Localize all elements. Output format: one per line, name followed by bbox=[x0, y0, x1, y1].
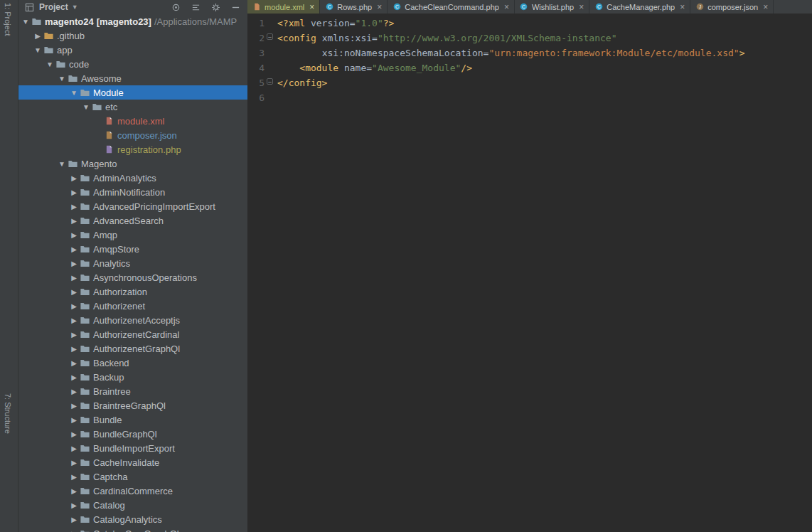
chevron-down-icon[interactable]: ▼ bbox=[72, 4, 78, 11]
tree-item-folder[interactable]: ▶Captcha bbox=[18, 469, 247, 484]
tree-item-folder[interactable]: ▶.github bbox=[18, 28, 247, 43]
fold-marker-icon[interactable]: − bbox=[267, 78, 273, 85]
chevron-right-icon[interactable]: ▶ bbox=[33, 32, 42, 40]
tree-item-folder[interactable]: ▶CardinalCommerce bbox=[18, 484, 247, 498]
tree-item-folder[interactable]: ▶AuthorizenetGraphQl bbox=[18, 341, 247, 356]
chevron-right-icon[interactable]: ▶ bbox=[70, 445, 78, 452]
tree-item-folder[interactable]: ▼Awesome bbox=[18, 71, 247, 85]
tree-item-folder[interactable]: ▶BundleImportExport bbox=[18, 441, 247, 455]
tree-item-folder[interactable]: ▶Bundle bbox=[18, 413, 247, 427]
tool-button-structure[interactable]: 7: Structure bbox=[4, 393, 12, 434]
chevron-right-icon[interactable]: ▶ bbox=[70, 516, 78, 523]
chevron-right-icon[interactable]: ▶ bbox=[70, 373, 78, 381]
tree-item-folder[interactable]: ▶CacheInvalidate bbox=[18, 455, 247, 469]
tree-item-file[interactable]: registration.php bbox=[18, 142, 247, 156]
fold-marker-icon[interactable]: − bbox=[267, 33, 273, 40]
chevron-down-icon[interactable]: ▼ bbox=[82, 103, 90, 111]
collapse-all-icon[interactable] bbox=[191, 2, 201, 12]
editor-code[interactable]: <?xml version="1.0"?><config xmlns:xsi="… bbox=[266, 16, 744, 105]
tree-item-label: CardinalCommerce bbox=[93, 486, 173, 496]
chevron-down-icon[interactable]: ▼ bbox=[58, 75, 66, 83]
tree-item-folder[interactable]: ▶BraintreeGraphQl bbox=[18, 398, 247, 413]
editor-pane[interactable]: 12−345−6 <?xml version="1.0"?><config xm… bbox=[247, 14, 812, 105]
tree-item-folder[interactable]: ▶Authorization bbox=[18, 284, 247, 299]
editor-tab[interactable]: CRows.php× bbox=[320, 0, 388, 14]
editor-tab[interactable]: CCacheManager.php× bbox=[589, 0, 690, 14]
chevron-right-icon[interactable]: ▶ bbox=[70, 217, 78, 225]
tree-item-folder[interactable]: ▶AdvancedPricingImportExport bbox=[18, 199, 247, 213]
tree-item-folder[interactable]: ▼Module bbox=[18, 85, 247, 100]
tree-item-folder[interactable]: ▶AsynchronousOperations bbox=[18, 270, 247, 284]
close-icon[interactable]: × bbox=[680, 2, 685, 12]
tree-item-folder[interactable]: ▼etc bbox=[18, 100, 247, 114]
tree-item-file[interactable]: composer.json bbox=[18, 128, 247, 142]
chevron-right-icon[interactable]: ▶ bbox=[70, 302, 78, 310]
hide-panel-icon[interactable] bbox=[230, 2, 240, 12]
tree-item-folder[interactable]: ▶CatalogAnalytics bbox=[18, 512, 247, 526]
tree-item-folder[interactable]: ▼code bbox=[18, 57, 247, 71]
tree-item-folder[interactable]: ▶Amqp bbox=[18, 228, 247, 242]
chevron-right-icon[interactable]: ▶ bbox=[70, 203, 78, 211]
tree-item-folder[interactable]: ▼app bbox=[18, 43, 247, 57]
close-icon[interactable]: × bbox=[579, 2, 584, 12]
tree-item-file[interactable]: module.xml bbox=[18, 114, 247, 128]
chevron-right-icon[interactable]: ▶ bbox=[70, 501, 78, 509]
chevron-right-icon[interactable]: ▶ bbox=[70, 316, 78, 324]
tree-item-folder[interactable]: ▶Analytics bbox=[18, 256, 247, 270]
editor-tab[interactable]: Jcomposer.json× bbox=[690, 0, 774, 14]
chevron-right-icon[interactable]: ▶ bbox=[70, 331, 78, 339]
chevron-down-icon[interactable]: ▼ bbox=[58, 160, 66, 168]
tree-item-folder[interactable]: ▶AdminNotification bbox=[18, 185, 247, 199]
settings-gear-icon[interactable] bbox=[210, 2, 220, 12]
chevron-right-icon[interactable]: ▶ bbox=[70, 530, 78, 532]
editor-tab[interactable]: module.xml× bbox=[247, 0, 320, 14]
chevron-right-icon[interactable]: ▶ bbox=[70, 345, 78, 353]
chevron-right-icon[interactable]: ▶ bbox=[70, 359, 78, 367]
editor-tab[interactable]: CCacheCleanCommand.php× bbox=[388, 0, 515, 14]
tree-item-folder[interactable]: ▶Authorizenet bbox=[18, 299, 247, 313]
chevron-right-icon[interactable]: ▶ bbox=[70, 274, 78, 282]
close-icon[interactable]: × bbox=[504, 2, 509, 12]
locate-file-icon[interactable] bbox=[171, 2, 181, 12]
chevron-right-icon[interactable]: ▶ bbox=[70, 416, 78, 424]
chevron-right-icon[interactable]: ▶ bbox=[70, 402, 78, 410]
tree-item-label: app bbox=[57, 45, 73, 55]
tree-item-label: code bbox=[69, 59, 89, 70]
close-icon[interactable]: × bbox=[377, 2, 382, 12]
tree-item-folder[interactable]: ▶BundleGraphQl bbox=[18, 427, 247, 441]
chevron-down-icon[interactable]: ▼ bbox=[33, 46, 42, 54]
editor-tab[interactable]: CWishlist.php× bbox=[515, 0, 589, 14]
tree-item-folder[interactable]: ▶Backend bbox=[18, 356, 247, 370]
tree-item-folder[interactable]: ▶AdminAnalytics bbox=[18, 171, 247, 185]
chevron-right-icon[interactable]: ▶ bbox=[70, 288, 78, 296]
tree-item-folder[interactable]: ▶Backup bbox=[18, 370, 247, 384]
chevron-right-icon[interactable]: ▶ bbox=[70, 231, 78, 239]
chevron-right-icon[interactable]: ▶ bbox=[70, 487, 78, 495]
tree-item-folder[interactable]: ▼magento24 [magento23] /Applications/MAM… bbox=[18, 14, 247, 28]
chevron-down-icon[interactable]: ▼ bbox=[70, 89, 78, 97]
chevron-right-icon[interactable]: ▶ bbox=[70, 245, 78, 253]
tree-item-folder[interactable]: ▶Catalog bbox=[18, 498, 247, 512]
project-panel-header[interactable]: Project ▼ bbox=[18, 0, 247, 14]
close-icon[interactable]: × bbox=[309, 2, 314, 12]
chevron-right-icon[interactable]: ▶ bbox=[70, 459, 78, 467]
close-icon[interactable]: × bbox=[763, 2, 768, 12]
chevron-down-icon[interactable]: ▼ bbox=[21, 18, 30, 26]
tool-button-project[interactable]: 1: Project bbox=[4, 3, 12, 36]
tree-item-folder[interactable]: ▼Magento bbox=[18, 156, 247, 171]
chevron-right-icon[interactable]: ▶ bbox=[70, 260, 78, 267]
chevron-right-icon[interactable]: ▶ bbox=[70, 388, 78, 395]
tree-item-label: Authorizenet bbox=[93, 301, 145, 312]
chevron-right-icon[interactable]: ▶ bbox=[70, 473, 78, 481]
tree-item-folder[interactable]: ▶AmqpStore bbox=[18, 242, 247, 256]
tree-item-folder[interactable]: ▶CatalogCmsGraphQl bbox=[18, 526, 247, 532]
tree-item-label: AdvancedSearch bbox=[93, 216, 164, 226]
tree-item-folder[interactable]: ▶AdvancedSearch bbox=[18, 213, 247, 228]
tree-item-folder[interactable]: ▶AuthorizenetAcceptjs bbox=[18, 313, 247, 327]
chevron-down-icon[interactable]: ▼ bbox=[46, 60, 54, 68]
chevron-right-icon[interactable]: ▶ bbox=[70, 188, 78, 196]
tree-item-folder[interactable]: ▶AuthorizenetCardinal bbox=[18, 327, 247, 341]
chevron-right-icon[interactable]: ▶ bbox=[70, 174, 78, 182]
tree-item-folder[interactable]: ▶Braintree bbox=[18, 384, 247, 398]
chevron-right-icon[interactable]: ▶ bbox=[70, 430, 78, 438]
